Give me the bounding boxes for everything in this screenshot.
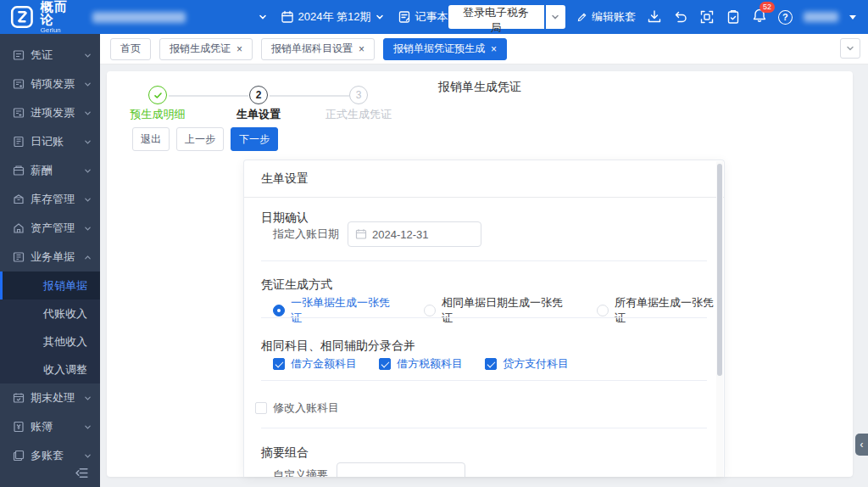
notification-badge: 52 — [760, 2, 775, 13]
divider — [261, 380, 707, 381]
tax-login-group: 登录电子税务局 — [448, 5, 565, 29]
checkbox-debit-amount-subject[interactable]: 借方金额科目 — [273, 356, 357, 372]
checkbox-checked-icon — [379, 358, 391, 370]
logo-subtitle: Gerlun — [41, 27, 81, 34]
download-icon[interactable] — [647, 9, 662, 25]
sidebar-item-ledger[interactable]: 账簿 — [0, 412, 100, 441]
right-drawer-toggle[interactable]: ‹ — [855, 434, 868, 456]
sidebar-item-period-end[interactable]: 期末处理 — [0, 383, 100, 412]
main-content: 报销单生成凭证 2 3 预生成明细 生单设置 正式生成凭证 退出 上一步 下一步… — [100, 64, 868, 487]
step-1-circle — [148, 86, 167, 104]
sidebar: 凭证 销项发票 进项发票 日记账 薪酬 库存管理 — [0, 34, 100, 487]
prev-step-button[interactable]: 上一步 — [176, 127, 224, 151]
step-2-circle: 2 — [249, 86, 268, 104]
close-icon[interactable]: × — [236, 44, 242, 54]
sidebar-subitem-reimbursement[interactable]: 报销单据 — [0, 271, 100, 299]
divider — [261, 317, 707, 318]
chevron-down-icon — [84, 109, 92, 117]
period-label: 2024年 第12期 — [298, 9, 371, 25]
chevron-down-icon — [84, 423, 92, 431]
step-1-label: 预生成明细 — [107, 107, 209, 122]
sidebar-item-assets[interactable]: 资产管理 — [0, 214, 100, 243]
top-header: 概而论 Gerlun 2024年 第12期 记事本 登录电子税务局 — [0, 0, 868, 34]
sidebar-item-sales-invoice[interactable]: 销项发票 — [0, 70, 100, 98]
sidebar-item-payroll[interactable]: 薪酬 — [0, 156, 100, 185]
logo-title: 概而论 — [41, 0, 81, 25]
entry-date-value: 2024-12-31 — [372, 228, 429, 241]
card-scrollbar-thumb[interactable] — [717, 164, 722, 376]
custom-summary-label: 自定义摘要 — [273, 467, 328, 477]
checkbox-unchecked-icon — [255, 402, 267, 414]
exit-button[interactable]: 退出 — [132, 127, 170, 151]
company-name-blurred — [92, 12, 185, 23]
radio-unselected-icon — [424, 305, 436, 316]
tax-login-dropdown[interactable] — [546, 5, 565, 29]
close-icon[interactable]: × — [359, 44, 364, 54]
entry-date-input[interactable]: 2024-12-31 — [348, 221, 481, 247]
tab-home[interactable]: 首页 — [110, 38, 151, 60]
check-icon — [153, 91, 163, 100]
tax-login-button[interactable]: 登录电子税务局 — [448, 5, 544, 29]
page-title: 报销单生成凭证 — [107, 80, 853, 95]
tab-reimburse-gen-voucher[interactable]: 报销生成凭证 × — [159, 38, 253, 60]
radio-one-voucher-per-date[interactable]: 相同单据日期生成一张凭证 — [424, 295, 573, 326]
notebook-button[interactable]: 记事本 — [398, 9, 448, 25]
business-docs-submenu: 报销单据 代账收入 其他收入 收入调整 — [0, 271, 100, 383]
radio-one-voucher-per-doc[interactable]: 一张单据生成一张凭证 — [273, 295, 400, 326]
card-title: 生单设置 — [244, 160, 724, 198]
step-3-label: 正式生成凭证 — [308, 107, 409, 122]
ledger-icon — [13, 421, 25, 433]
username-blurred[interactable] — [804, 12, 838, 22]
assets-icon — [13, 222, 25, 234]
sidebar-item-business-docs[interactable]: 业务单据 — [0, 243, 100, 271]
sidebar-item-journal[interactable]: 日记账 — [0, 127, 100, 156]
chevron-down-icon — [84, 52, 92, 59]
merge-section-heading: 相同科目、相同辅助分录合并 — [261, 339, 415, 354]
tab-bar: 首页 报销生成凭证 × 报销单据科目设置 × 报销单据凭证预生成 × — [100, 34, 868, 64]
notebook-icon — [398, 10, 411, 24]
radio-one-voucher-all-docs[interactable]: 所有单据生成一张凭证 — [597, 295, 724, 326]
chevron-down-icon — [846, 44, 854, 53]
divider — [261, 260, 707, 261]
card-scrollbar-track[interactable] — [716, 161, 723, 477]
app-logo: 概而论 Gerlun — [0, 0, 81, 34]
sidebar-item-voucher[interactable]: 凭证 — [0, 41, 100, 70]
sidebar-item-inventory[interactable]: 库存管理 — [0, 185, 100, 214]
sidebar-subitem-agency-income[interactable]: 代账收入 — [0, 299, 100, 327]
help-button[interactable]: ? — [778, 10, 793, 25]
tab-voucher-pregenerate[interactable]: 报销单据凭证预生成 × — [383, 38, 507, 60]
sidebar-item-purchase-invoice[interactable]: 进项发票 — [0, 98, 100, 127]
checkbox-modify-entry-subject[interactable]: 修改入账科目 — [255, 400, 339, 416]
chevron-down-icon[interactable] — [259, 13, 267, 21]
multi-account-icon — [13, 450, 25, 462]
chevron-down-icon — [84, 138, 92, 146]
tab-list-dropdown[interactable] — [840, 38, 860, 59]
sidebar-subitem-other-income[interactable]: 其他收入 — [0, 327, 100, 355]
next-step-button[interactable]: 下一步 — [231, 127, 278, 151]
content-panel: 报销单生成凭证 2 3 预生成明细 生单设置 正式生成凭证 退出 上一步 下一步… — [107, 71, 853, 477]
undo-icon[interactable] — [673, 9, 688, 25]
chevron-down-icon — [551, 13, 559, 21]
clipboard-check-icon[interactable] — [726, 9, 741, 25]
custom-summary-input[interactable] — [337, 462, 465, 477]
checkbox-credit-payment-subject[interactable]: 贷方支付科目 — [485, 356, 569, 372]
sidebar-collapse-icon[interactable] — [75, 466, 89, 480]
notifications-button[interactable]: 52 — [752, 8, 767, 26]
user-menu-caret-icon[interactable] — [849, 15, 856, 20]
purchase-invoice-icon — [13, 107, 25, 119]
settings-card: 生单设置 日期确认 指定入账日期 2024-12-31 凭证生成方式 一张单据生… — [243, 160, 725, 477]
checkbox-debit-tax-subject[interactable]: 借方税额科目 — [379, 356, 463, 372]
period-end-icon — [13, 392, 25, 404]
radio-selected-icon — [273, 305, 285, 316]
sidebar-subitem-income-adjust[interactable]: 收入调整 — [0, 355, 100, 383]
divider — [261, 428, 707, 428]
chevron-down-icon — [84, 81, 92, 88]
gerlun-logo-icon — [9, 5, 35, 29]
checkbox-checked-icon — [273, 358, 285, 370]
period-selector[interactable]: 2024年 第12期 — [281, 9, 384, 25]
close-icon[interactable]: × — [491, 44, 497, 54]
chevron-down-icon — [376, 13, 384, 21]
edit-ledger-button[interactable]: 编辑账套 — [576, 9, 636, 25]
fullscreen-icon[interactable] — [699, 9, 715, 25]
tab-reimburse-subject-setting[interactable]: 报销单据科目设置 × — [261, 38, 375, 60]
